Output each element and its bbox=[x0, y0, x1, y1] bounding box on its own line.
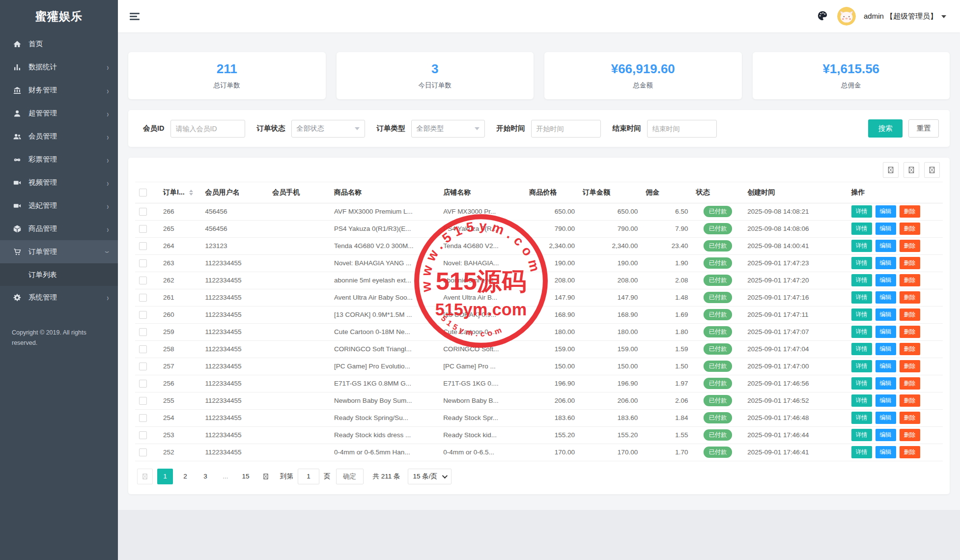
edit-button[interactable]: 编辑 bbox=[875, 326, 896, 338]
sidebar-subitem[interactable]: 订单列表 bbox=[0, 263, 118, 286]
delete-button[interactable]: 删除 bbox=[900, 446, 920, 458]
delete-button[interactable]: 删除 bbox=[900, 360, 920, 372]
edit-button[interactable]: 编辑 bbox=[875, 274, 896, 286]
search-button[interactable]: 搜索 bbox=[868, 119, 903, 138]
detail-button[interactable]: 详情 bbox=[851, 291, 872, 304]
detail-button[interactable]: 详情 bbox=[851, 377, 872, 390]
delete-button[interactable]: 删除 bbox=[900, 257, 920, 269]
theme-palette-icon[interactable] bbox=[817, 10, 829, 23]
sidebar-item-8[interactable]: 选妃管理 › bbox=[0, 194, 118, 217]
sidebar-item-11[interactable]: 系统管理 › bbox=[0, 286, 118, 309]
edit-button[interactable]: 编辑 bbox=[875, 429, 896, 441]
delete-button[interactable]: 删除 bbox=[900, 326, 920, 338]
detail-button[interactable]: 详情 bbox=[851, 343, 872, 355]
goto-page-input[interactable] bbox=[298, 469, 319, 484]
detail-button[interactable]: 详情 bbox=[851, 394, 872, 407]
delete-button[interactable]: 删除 bbox=[900, 223, 920, 235]
col-order-id[interactable]: 订单I... bbox=[159, 182, 201, 203]
cell-shop: 0-4mm or 0-6.5... bbox=[439, 444, 525, 461]
page-number-15[interactable]: 15 bbox=[238, 469, 254, 484]
table-tool-icon-1[interactable] bbox=[883, 162, 899, 178]
sidebar-item-2[interactable]: 数据统计 › bbox=[0, 56, 118, 79]
detail-button[interactable]: 详情 bbox=[851, 412, 872, 424]
edit-button[interactable]: 编辑 bbox=[875, 360, 896, 372]
row-checkbox[interactable] bbox=[139, 277, 147, 284]
delete-button[interactable]: 删除 bbox=[900, 394, 920, 407]
detail-button[interactable]: 详情 bbox=[851, 274, 872, 286]
prev-page-button[interactable] bbox=[137, 469, 153, 484]
row-checkbox[interactable] bbox=[139, 225, 147, 233]
sidebar-item-9[interactable]: 商品管理 › bbox=[0, 217, 118, 240]
end-time-input[interactable] bbox=[647, 120, 717, 138]
row-checkbox[interactable] bbox=[139, 363, 147, 370]
sidebar-item-7[interactable]: 视频管理 › bbox=[0, 171, 118, 194]
hamburger-menu-icon[interactable] bbox=[130, 11, 141, 22]
sidebar-item-1[interactable]: 首页 bbox=[0, 32, 118, 56]
delete-button[interactable]: 删除 bbox=[900, 343, 920, 355]
row-checkbox[interactable] bbox=[139, 345, 147, 353]
edit-button[interactable]: 编辑 bbox=[875, 377, 896, 390]
edit-button[interactable]: 编辑 bbox=[875, 223, 896, 235]
next-page-button[interactable] bbox=[258, 469, 274, 484]
sidebar-item-3[interactable]: 财务管理 › bbox=[0, 79, 118, 102]
row-checkbox[interactable] bbox=[139, 208, 147, 216]
edit-button[interactable]: 编辑 bbox=[875, 394, 896, 407]
order-type-select[interactable]: 全部类型 bbox=[411, 120, 485, 138]
edit-button[interactable]: 编辑 bbox=[875, 446, 896, 458]
edit-button[interactable]: 编辑 bbox=[875, 412, 896, 424]
edit-button[interactable]: 编辑 bbox=[875, 240, 896, 252]
delete-button[interactable]: 删除 bbox=[900, 308, 920, 321]
sort-icon[interactable] bbox=[189, 190, 193, 196]
delete-button[interactable]: 删除 bbox=[900, 429, 920, 441]
reset-button[interactable]: 重置 bbox=[908, 119, 939, 138]
avatar[interactable] bbox=[837, 7, 856, 26]
delete-button[interactable]: 删除 bbox=[900, 291, 920, 304]
edit-button[interactable]: 编辑 bbox=[875, 291, 896, 304]
row-checkbox[interactable] bbox=[139, 328, 147, 336]
table-tool-icon-2[interactable] bbox=[904, 162, 919, 178]
detail-button[interactable]: 详情 bbox=[851, 308, 872, 321]
page-number-1[interactable]: 1 bbox=[157, 469, 173, 484]
detail-button[interactable]: 详情 bbox=[851, 205, 872, 218]
row-checkbox[interactable] bbox=[139, 397, 147, 405]
delete-button[interactable]: 删除 bbox=[900, 377, 920, 390]
edit-button[interactable]: 编辑 bbox=[875, 257, 896, 269]
page-size-select[interactable]: 15 条/页 bbox=[408, 469, 452, 484]
edit-button[interactable]: 编辑 bbox=[875, 205, 896, 218]
delete-button[interactable]: 删除 bbox=[900, 205, 920, 218]
order-status-select[interactable]: 全部状态 bbox=[291, 120, 365, 138]
row-checkbox[interactable] bbox=[139, 311, 147, 319]
row-checkbox[interactable] bbox=[139, 259, 147, 267]
row-checkbox[interactable] bbox=[139, 294, 147, 302]
member-id-input[interactable] bbox=[170, 120, 245, 138]
detail-button[interactable]: 详情 bbox=[851, 360, 872, 372]
detail-button[interactable]: 详情 bbox=[851, 223, 872, 235]
delete-button[interactable]: 删除 bbox=[900, 274, 920, 286]
order-status-label: 订单状态 bbox=[257, 124, 285, 133]
edit-button[interactable]: 编辑 bbox=[875, 308, 896, 321]
row-checkbox[interactable] bbox=[139, 242, 147, 250]
delete-button[interactable]: 删除 bbox=[900, 412, 920, 424]
edit-button[interactable]: 编辑 bbox=[875, 343, 896, 355]
goto-confirm-button[interactable]: 确定 bbox=[336, 469, 364, 484]
detail-button[interactable]: 详情 bbox=[851, 240, 872, 252]
row-checkbox[interactable] bbox=[139, 448, 147, 456]
sidebar-item-6[interactable]: 彩票管理 › bbox=[0, 148, 118, 171]
detail-button[interactable]: 详情 bbox=[851, 326, 872, 338]
sidebar-item-10[interactable]: 订单管理 › bbox=[0, 240, 118, 263]
detail-button[interactable]: 详情 bbox=[851, 257, 872, 269]
sidebar-item-4[interactable]: 超管管理 › bbox=[0, 102, 118, 125]
row-checkbox[interactable] bbox=[139, 431, 147, 439]
page-number-2[interactable]: 2 bbox=[177, 469, 193, 484]
detail-button[interactable]: 详情 bbox=[851, 429, 872, 441]
detail-button[interactable]: 详情 bbox=[851, 446, 872, 458]
select-all-checkbox[interactable] bbox=[139, 189, 147, 196]
page-number-3[interactable]: 3 bbox=[198, 469, 213, 484]
delete-button[interactable]: 删除 bbox=[900, 240, 920, 252]
table-tool-icon-3[interactable] bbox=[924, 162, 940, 178]
row-checkbox[interactable] bbox=[139, 414, 147, 422]
row-checkbox[interactable] bbox=[139, 380, 147, 388]
start-time-input[interactable] bbox=[531, 120, 601, 138]
admin-dropdown[interactable]: admin 【超级管理员】 bbox=[864, 12, 946, 21]
sidebar-item-5[interactable]: 会员管理 › bbox=[0, 125, 118, 148]
